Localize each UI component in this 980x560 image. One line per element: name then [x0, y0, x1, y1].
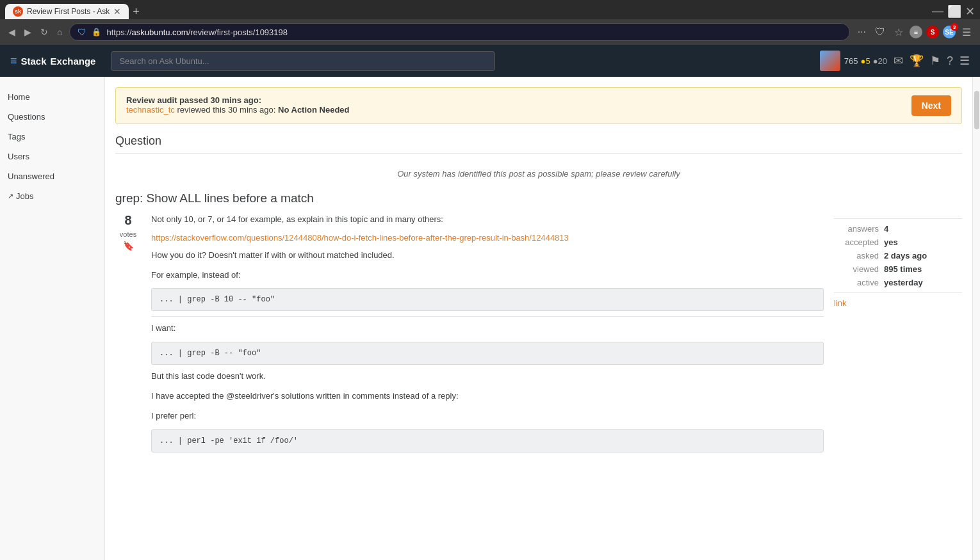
- question-title: grep: Show ALL lines before a match: [115, 191, 962, 205]
- accepted-value: yes: [884, 237, 898, 247]
- section-title: Question: [115, 134, 962, 154]
- accepted-label: accepted: [834, 237, 879, 247]
- question-para3: For example, instead of:: [151, 269, 824, 282]
- review-icon[interactable]: ⚑: [930, 54, 940, 68]
- main-content: Review audit passed 30 mins ago: technas…: [105, 77, 972, 560]
- external-link-icon: ↗: [8, 192, 13, 200]
- address-bar[interactable]: 🛡 🔒 https://askubuntu.com/review/first-p…: [69, 23, 849, 41]
- sidebar-item-users[interactable]: Users: [0, 147, 104, 166]
- link-link[interactable]: link: [834, 298, 962, 308]
- sidebar-item-questions[interactable]: Questions: [0, 107, 104, 127]
- code-block-2: ... | grep -B -- "foo": [151, 342, 824, 365]
- home-button[interactable]: ⌂: [55, 25, 64, 39]
- stats-sidebar: answers 4 accepted yes asked 2 days ago …: [834, 213, 962, 458]
- logo-icon: ≡: [10, 54, 17, 68]
- spam-notice: Our system has identified this post as p…: [115, 164, 962, 184]
- question-para1: Not only 10, or 7, or 14 for example, as…: [151, 213, 824, 227]
- silver-badge: ●20: [873, 56, 887, 66]
- accepted-para: I have accepted the @steeldriver's solut…: [151, 390, 824, 403]
- main-layout: Home Questions Tags Users Unanswered ↗ J…: [0, 77, 980, 560]
- forward-button[interactable]: ▶: [22, 25, 33, 39]
- toolbar-icons: ··· 🛡 ☆ ≡ S SE 3 ☰: [855, 24, 974, 41]
- next-button[interactable]: Next: [911, 95, 951, 116]
- sidebar-item-tags[interactable]: Tags: [0, 127, 104, 147]
- viewed-value: 895 times: [884, 264, 922, 274]
- gold-badge: ●5: [861, 56, 870, 66]
- user-reputation: 765 ●5 ●20: [844, 56, 887, 66]
- search-input[interactable]: [111, 51, 495, 71]
- audit-text: Review audit passed 30 mins ago: technas…: [126, 95, 350, 115]
- sidebar-item-unanswered[interactable]: Unanswered: [0, 166, 104, 186]
- close-window-button[interactable]: ✕: [965, 4, 975, 19]
- browser-tab[interactable]: sk Review First Posts - Ask ✕: [5, 4, 129, 19]
- tab-favicon: sk: [13, 6, 23, 17]
- maximize-button[interactable]: ⬜: [947, 4, 961, 19]
- help-icon[interactable]: ?: [947, 54, 953, 68]
- ext3-icon[interactable]: SE 3: [943, 26, 956, 38]
- answers-label: answers: [834, 224, 879, 234]
- close-tab-icon[interactable]: ✕: [113, 6, 121, 17]
- viewed-label: viewed: [834, 264, 879, 274]
- question-para4: But this last code doesn't work.: [151, 370, 824, 383]
- divider: [151, 316, 824, 317]
- ext1-icon[interactable]: ≡: [910, 26, 922, 38]
- stats-divider-top: [834, 218, 962, 219]
- tab-title: Review First Posts - Ask: [27, 7, 110, 16]
- vote-column: 8 votes 🔖: [115, 213, 141, 458]
- question-content: Not only 10, or 7, or 14 for example, as…: [151, 213, 824, 458]
- sidebar-item-home[interactable]: Home: [0, 87, 104, 107]
- star-icon[interactable]: ☆: [892, 24, 906, 41]
- url-display: https://askubuntu.com/review/first-posts…: [106, 28, 841, 37]
- want-text: I want:: [151, 322, 824, 335]
- site-header: ≡ StackExchange 765 ●5 ●20 ✉ 🏆 ⚑ ? ☰: [0, 45, 980, 77]
- scrollbar[interactable]: [972, 77, 980, 560]
- achievements-icon[interactable]: 🏆: [910, 54, 924, 68]
- avatar[interactable]: [820, 51, 840, 71]
- stack-exchange-menu-icon[interactable]: ☰: [960, 54, 970, 68]
- logo-stack: Stack: [21, 56, 47, 67]
- audit-banner: Review audit passed 30 mins ago: technas…: [115, 87, 962, 124]
- reviewer-link[interactable]: technastic_tc: [126, 105, 175, 115]
- back-button[interactable]: ◀: [6, 25, 17, 39]
- prefer-text: I prefer perl:: [151, 410, 824, 423]
- scrollbar-thumb[interactable]: [974, 91, 979, 129]
- header-right: 765 ●5 ●20 ✉ 🏆 ⚑ ? ☰: [820, 51, 970, 71]
- active-stat: active yesterday: [834, 278, 962, 287]
- viewed-stat: viewed 895 times: [834, 264, 962, 274]
- answers-stat: answers 4: [834, 224, 962, 234]
- audit-action: No Action Needed: [278, 105, 349, 115]
- inbox-icon[interactable]: ✉: [894, 54, 903, 68]
- vote-label: votes: [120, 230, 136, 238]
- minimize-button[interactable]: —: [932, 4, 943, 19]
- sidebar: Home Questions Tags Users Unanswered ↗ J…: [0, 77, 105, 560]
- active-value: yesterday: [884, 278, 923, 287]
- search-container: [111, 51, 495, 71]
- audit-banner-title: Review audit passed 30 mins ago:: [126, 95, 261, 105]
- asked-label: asked: [834, 251, 879, 260]
- question-para2: How you do it? Doesn't matter if with or…: [151, 249, 824, 262]
- code-block-1: ... | grep -B 10 -- "foo": [151, 288, 824, 311]
- sidebar-item-jobs[interactable]: ↗ Jobs: [0, 186, 104, 206]
- active-label: active: [834, 278, 879, 287]
- logo-exchange: Exchange: [51, 56, 96, 67]
- more-icon[interactable]: ···: [855, 24, 869, 40]
- answers-value: 4: [884, 224, 888, 234]
- site-logo[interactable]: ≡ StackExchange: [10, 54, 95, 68]
- bookmark-icon[interactable]: 🔖: [123, 241, 134, 251]
- stackoverflow-link[interactable]: https://stackoverflow.com/questions/1244…: [151, 233, 824, 243]
- question-body-area: 8 votes 🔖 Not only 10, or 7, or 14 for e…: [115, 213, 962, 458]
- address-bar-row: ◀ ▶ ↻ ⌂ 🛡 🔒 https://askubuntu.com/review…: [0, 19, 980, 45]
- reload-button[interactable]: ↻: [38, 25, 50, 39]
- question-section: Question Our system has identified this …: [115, 134, 962, 458]
- code-block-3: ... | perl -pe 'exit if /foo/': [151, 429, 824, 452]
- ext2-icon[interactable]: S: [926, 26, 939, 38]
- asked-value: 2 days ago: [884, 251, 927, 260]
- stats-divider-bottom: [834, 292, 962, 293]
- accepted-stat: accepted yes: [834, 237, 962, 247]
- new-tab-button[interactable]: +: [133, 5, 140, 19]
- audit-reviewed-text: reviewed this 30 mins ago:: [177, 105, 276, 115]
- shield-toolbar-icon[interactable]: 🛡: [872, 24, 888, 40]
- vote-count: 8: [124, 213, 131, 228]
- shield-icon: 🛡: [78, 27, 86, 37]
- hamburger-icon[interactable]: ☰: [960, 24, 974, 41]
